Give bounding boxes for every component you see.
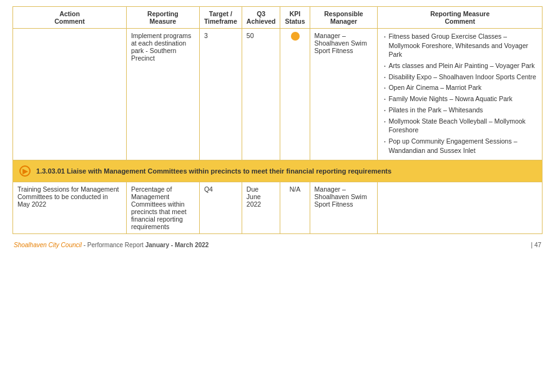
- section-header-row: ▶ 1.3.03.01 Liaise with Management Commi…: [13, 160, 543, 182]
- col-header-responsible: Responsible Manager: [310, 7, 378, 29]
- section-header-cell: ▶ 1.3.03.01 Liaise with Management Commi…: [13, 160, 543, 182]
- page-footer: Shoalhaven City Council - Performance Re…: [12, 242, 543, 248]
- list-item: Fitness based Group Exercise Classes – M…: [382, 32, 538, 59]
- row2-comment-cell: [378, 182, 543, 234]
- col-header-comment: Reporting Measure Comment: [378, 7, 543, 29]
- footer-page-number: | 47: [531, 242, 542, 248]
- row2-reporting-cell: Percentage of Management Committees with…: [126, 182, 199, 234]
- list-item: Family Movie Nights – Nowra Aquatic Park: [382, 94, 538, 104]
- list-item: Pilates in the Park – Whitesands: [382, 105, 538, 115]
- row2-target-cell: Q4: [199, 182, 242, 234]
- row2-action-cell: Training Sessions for Management Committ…: [13, 182, 127, 234]
- kpi-status-dot: [291, 32, 300, 41]
- row2-responsible-cell: Manager – Shoalhaven Swim Sport Fitness: [310, 182, 378, 234]
- footer-left: Shoalhaven City Council - Performance Re…: [14, 242, 209, 248]
- footer-report-label: Performance Report: [87, 242, 145, 248]
- table-row: Implement programs at each destination p…: [13, 29, 543, 160]
- row1-target-cell: 3: [199, 29, 242, 160]
- table-header-row: Action Comment Reporting Measure Target …: [13, 7, 543, 29]
- col-header-action: Action Comment: [13, 7, 127, 29]
- col-header-q3: Q3 Achieved: [242, 7, 280, 29]
- list-item: Disability Expo – Shoalhaven Indoor Spor…: [382, 72, 538, 82]
- bullet-list: Fitness based Group Exercise Classes – M…: [382, 32, 538, 155]
- main-table: Action Comment Reporting Measure Target …: [12, 6, 543, 234]
- row1-responsible-cell: Manager – Shoalhaven Swim Sport Fitness: [310, 29, 378, 160]
- section-icon: ▶: [19, 165, 31, 177]
- col-header-reporting: Reporting Measure: [126, 7, 199, 29]
- footer-date-range: January - March 2022: [145, 242, 209, 248]
- col-header-target: Target / Timeframe: [199, 7, 242, 29]
- col-header-kpi: KPI Status: [280, 7, 310, 29]
- list-item: Mollymook State Beach Volleyball – Molly…: [382, 117, 538, 135]
- table-row: Training Sessions for Management Committ…: [13, 182, 543, 234]
- row1-q3-cell: 50: [242, 29, 280, 160]
- list-item: Pop up Community Engagement Sessions – W…: [382, 137, 538, 155]
- list-item: Arts classes and Plein Air Painting – Vo…: [382, 61, 538, 71]
- row1-reporting-cell: Implement programs at each destination p…: [126, 29, 199, 160]
- row1-comment-cell: Fitness based Group Exercise Classes – M…: [378, 29, 543, 160]
- row1-action-cell: [13, 29, 127, 160]
- footer-org-name: Shoalhaven City Council: [14, 242, 82, 248]
- row1-kpi-cell: [280, 29, 310, 160]
- section-header-text: 1.3.03.01 Liaise with Management Committ…: [36, 167, 391, 175]
- page-wrapper: Action Comment Reporting Measure Target …: [0, 0, 555, 267]
- row2-kpi-cell: N/A: [280, 182, 310, 234]
- row2-q3-cell: Due June 2022: [242, 182, 280, 234]
- list-item: Open Air Cinema – Marriot Park: [382, 83, 538, 92]
